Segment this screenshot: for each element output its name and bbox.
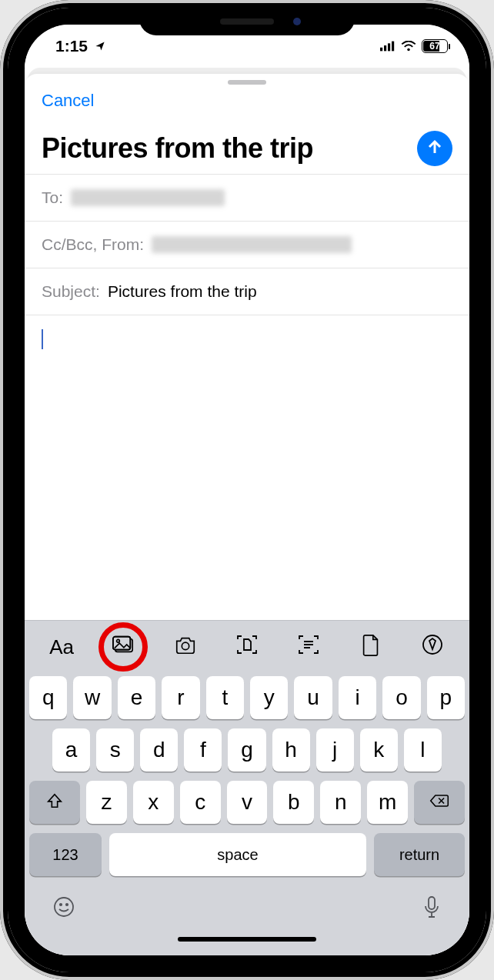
scan-document-icon [235,633,259,661]
cell-signal-icon [380,37,396,55]
to-field[interactable]: To: [25,174,469,221]
battery-indicator: 67 [422,39,448,53]
scan-text-button[interactable] [278,630,339,664]
insert-photo-button[interactable] [92,630,154,664]
key-s[interactable]: s [96,728,134,772]
cc-label: Cc/Bcc, From: [42,235,144,254]
compose-title: Pictures from the trip [42,132,406,165]
key-w[interactable]: w [73,676,111,719]
svg-rect-1 [384,45,386,51]
cancel-button[interactable]: Cancel [42,91,94,111]
key-k[interactable]: k [360,728,398,772]
svg-point-13 [66,904,68,905]
emoji-key[interactable] [52,895,75,924]
compose-sheet: Cancel Pictures from the trip To: Cc/Bc [25,74,469,955]
svg-rect-2 [388,43,390,51]
key-g[interactable]: g [228,728,265,772]
key-v[interactable]: v [227,781,268,824]
key-o[interactable]: o [382,676,420,719]
key-x[interactable]: x [133,781,174,824]
home-indicator[interactable] [178,937,316,942]
shift-icon [46,790,63,815]
subject-value: Pictures from the trip [108,282,257,301]
keyboard: qwertyuiop asdfghjkl zxcvbnm [25,672,469,955]
svg-point-9 [182,642,189,649]
keyboard-accessory-bar: Aa [25,620,469,672]
svg-rect-14 [429,897,435,909]
backspace-icon [429,790,449,815]
cc-bcc-from-field[interactable]: Cc/Bcc, From: [25,221,469,268]
key-f[interactable]: f [184,728,222,772]
location-icon [92,37,108,55]
key-z[interactable]: z [86,781,127,824]
key-i[interactable]: i [339,676,376,719]
attach-file-button[interactable] [339,630,401,664]
scan-document-button[interactable] [216,630,278,664]
key-b[interactable]: b [273,781,314,824]
key-a[interactable]: a [52,728,90,772]
send-button[interactable] [417,131,452,166]
wifi-icon [401,37,416,55]
shift-key[interactable] [29,781,80,824]
key-m[interactable]: m [367,781,408,824]
space-key[interactable]: space [109,833,366,876]
key-l[interactable]: l [404,728,442,772]
message-body[interactable] [25,315,469,620]
key-e[interactable]: e [118,676,155,719]
key-n[interactable]: n [320,781,361,824]
key-q[interactable]: q [29,676,67,719]
svg-rect-0 [380,48,382,52]
from-value-redacted [152,236,352,253]
markup-button[interactable] [402,630,463,664]
take-photo-button[interactable] [155,630,216,664]
return-key[interactable]: return [374,833,465,876]
status-time: 1:15 [55,37,88,55]
svg-point-4 [407,48,410,52]
format-text-button[interactable]: Aa [31,630,92,664]
scan-text-icon [297,633,320,661]
dictation-key[interactable] [422,895,442,925]
subject-field[interactable]: Subject: Pictures from the trip [25,268,469,315]
key-p[interactable]: p [427,676,465,719]
svg-point-11 [55,898,73,916]
key-h[interactable]: h [272,728,310,772]
key-t[interactable]: t [206,676,244,719]
key-y[interactable]: y [250,676,288,719]
svg-point-12 [60,904,62,905]
backspace-key[interactable] [414,781,465,824]
markup-icon [421,633,444,661]
document-icon [359,633,382,661]
key-j[interactable]: j [316,728,354,772]
device-notch [139,8,355,35]
iphone-device-frame: 1:15 67 [0,0,494,980]
arrow-up-icon [426,138,444,159]
subject-label: Subject: [42,282,100,301]
numbers-key[interactable]: 123 [29,833,102,876]
microphone-icon [422,898,442,924]
key-u[interactable]: u [294,676,332,719]
to-label: To: [42,188,63,207]
text-cursor [42,329,43,349]
photo-icon [112,633,135,661]
svg-rect-3 [392,42,394,52]
key-r[interactable]: r [162,676,199,719]
camera-icon [174,633,197,661]
emoji-icon [52,898,75,923]
key-d[interactable]: d [140,728,178,772]
key-c[interactable]: c [180,781,221,824]
to-value-redacted [71,189,225,206]
